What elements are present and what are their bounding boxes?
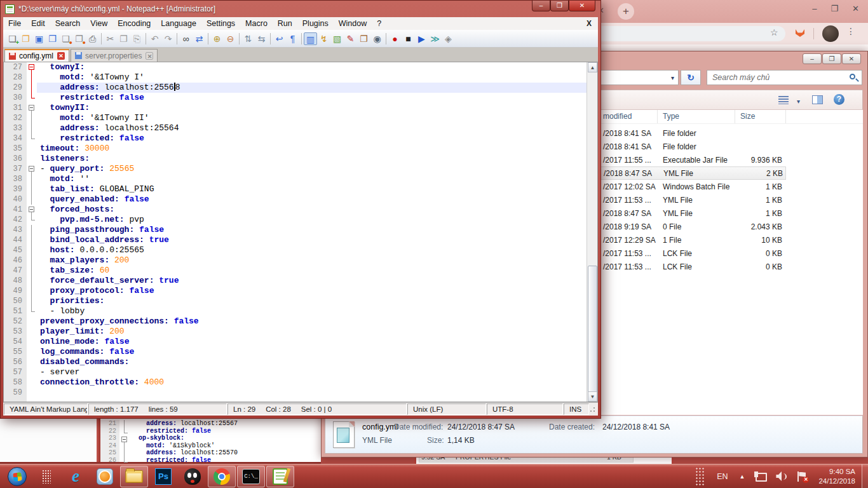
code-line-44[interactable]: bind_local_address: true [37, 235, 587, 245]
refresh-button[interactable]: ↻ [681, 70, 701, 85]
new-file-icon[interactable]: ❏+ [6, 32, 19, 45]
pinned-dots-icon[interactable] [32, 466, 60, 487]
code-line-45[interactable]: host: 0.0.0.0:25565 [37, 245, 587, 255]
search-icon[interactable] [850, 74, 855, 79]
code-line-46[interactable]: max_players: 200 [37, 255, 587, 266]
vertical-scrollbar[interactable]: ▲ ▼ [587, 62, 597, 402]
clock[interactable]: 9:40 SA 24/12/2018 [818, 467, 855, 486]
macro-save-icon[interactable]: ◈ [442, 32, 455, 45]
sync-horizontal-icon[interactable]: ⇆ [255, 32, 268, 45]
code-line-33[interactable]: address: localhost:25564 [37, 123, 587, 133]
chrome-minimize-button[interactable]: – [812, 4, 817, 13]
address-dropdown-icon[interactable]: ▾ [671, 74, 674, 81]
column-header-type[interactable]: Type [658, 110, 735, 123]
fold-collapse-icon[interactable] [27, 103, 37, 113]
undo-icon[interactable]: ↶ [148, 32, 161, 45]
fold-collapse-icon[interactable] [27, 205, 37, 215]
cut-icon[interactable]: ✂ [104, 32, 117, 45]
paste-icon[interactable]: ⎘ [130, 32, 144, 45]
code-line-37[interactable]: - query_port: 25565 [37, 164, 587, 174]
menu-file[interactable]: File [3, 18, 26, 29]
menu-window[interactable]: Window [334, 18, 372, 29]
table-row[interactable]: /2018 8:41 SAFile folder [598, 140, 863, 153]
macro-record-icon[interactable]: ● [388, 32, 402, 45]
chrome-new-tab-button[interactable]: + [618, 3, 634, 20]
preview-pane-icon[interactable] [812, 95, 823, 104]
action-center-flag-icon[interactable]: ✕ [797, 471, 807, 482]
macro-run-multiple-icon[interactable]: ≫ [428, 32, 442, 45]
explorer-maximize-button[interactable]: ❐ [822, 53, 841, 64]
menu-plugins[interactable]: Plugins [297, 18, 334, 29]
copy-icon[interactable]: ❐ [117, 32, 130, 45]
code-line-24[interactable]: motd: '&1Skyblock' [128, 442, 321, 450]
menu-macro[interactable]: Macro [240, 18, 273, 29]
extension-fox-icon[interactable] [796, 29, 804, 37]
code-line-48[interactable]: force_default_server: true [37, 276, 587, 286]
table-row[interactable]: /2018 8:47 SAYML File1 KB [598, 207, 863, 220]
address-bar[interactable]: ▾ [599, 70, 679, 85]
table-row[interactable]: /2018 8:41 SAFile folder [598, 126, 863, 140]
find-icon[interactable]: ∞ [179, 32, 193, 45]
code-line-34[interactable]: restricted: false [37, 133, 587, 144]
code-line-42[interactable]: pvp.md-5.net: pvp [37, 215, 587, 225]
table-row[interactable]: /2018 8:47 SAYML File2 KB [598, 166, 786, 180]
close-file-icon[interactable]: ❏● [59, 32, 72, 45]
search-input[interactable]: Search máy chủ [707, 70, 862, 85]
redo-icon[interactable]: ↷ [161, 32, 175, 45]
chrome-menu-icon[interactable]: ⋮ [846, 26, 855, 36]
fold-box[interactable] [29, 64, 34, 70]
code-line-32[interactable]: motd: '&1Towny II' [37, 113, 587, 123]
sync-vertical-icon[interactable]: ⇅ [241, 32, 255, 45]
explorer-close-button[interactable]: ✕ [842, 53, 861, 64]
code-line-26[interactable]: restricted: false [128, 457, 321, 464]
fold-collapse-icon[interactable] [119, 435, 128, 442]
view-dropdown-icon[interactable]: ▾ [797, 98, 800, 105]
replace-icon[interactable]: ⇄ [193, 32, 206, 45]
menu-search[interactable]: Search [50, 18, 86, 29]
volume-icon[interactable] [776, 471, 787, 482]
print-icon[interactable]: ⎙ [86, 32, 99, 45]
menu-view[interactable]: View [85, 18, 112, 29]
table-row[interactable]: /2017 12:02 SAWindows Batch File1 KB [598, 180, 863, 193]
open-file-icon[interactable]: ❐ [19, 32, 32, 45]
code-line-41[interactable]: forced_hosts: [37, 205, 587, 215]
menu-edit[interactable]: Edit [26, 18, 50, 29]
save-all-icon[interactable]: ❒ [46, 32, 59, 45]
scroll-up-icon[interactable]: ▲ [588, 62, 597, 72]
menu-help[interactable]: ? [372, 18, 386, 29]
internet-explorer-icon[interactable]: e [62, 466, 90, 487]
resize-grip[interactable] [589, 403, 598, 416]
tab-close-icon[interactable]: ✕ [57, 52, 65, 60]
menu-language[interactable]: Language [156, 18, 201, 29]
code-line-49[interactable]: proxy_protocol: false [37, 286, 587, 296]
notepadpp-icon[interactable] [266, 466, 294, 487]
code-line-21[interactable]: address: localhost:25567 [128, 420, 321, 428]
code-area[interactable]: townyI: motd: '&1Towny I' address: local… [37, 62, 587, 402]
table-row[interactable]: /2017 11:53 ...LCK File0 KB [598, 260, 863, 273]
function-list-icon[interactable]: ↯ [317, 32, 330, 45]
change-view-icon[interactable] [778, 96, 789, 104]
folder-workspace-icon[interactable]: ❐ [357, 32, 370, 45]
code-line-25[interactable]: address: localhost:25570 [128, 449, 321, 457]
cmd-icon[interactable]: C:\_ [237, 466, 265, 487]
scroll-down-icon[interactable]: ▼ [588, 391, 597, 402]
code-line-50[interactable]: priorities: [37, 296, 587, 306]
maximize-button[interactable]: ❐ [550, 1, 569, 11]
indent-guide-icon[interactable]: ▥ [304, 32, 317, 45]
table-row[interactable]: /2017 11:53 ...YML File1 KB [598, 193, 863, 207]
table-row[interactable]: /2017 12:29 SA1 File10 KB [598, 233, 863, 247]
help-icon[interactable]: ? [834, 94, 844, 105]
code-line-56[interactable]: disabled_commands: [37, 357, 587, 367]
code-line-29[interactable]: address: localhost:25568 [37, 83, 587, 93]
minimize-button[interactable]: – [532, 1, 550, 11]
table-row[interactable]: /2017 11:55 ...Executable Jar File9.936 … [598, 153, 863, 166]
code-line-52[interactable]: prevent_proxy_connections: false [37, 316, 587, 327]
tab-server.properties[interactable]: server.properties✕ [71, 49, 158, 62]
chrome-profile-avatar[interactable] [822, 25, 839, 42]
qq-icon[interactable] [179, 466, 207, 487]
show-all-chars-icon[interactable]: ¶ [286, 32, 299, 45]
fold-box[interactable] [29, 105, 34, 111]
code-line-39[interactable]: tab_list: GLOBAL_PING [37, 184, 587, 194]
chrome-omnibox[interactable] [595, 26, 785, 41]
fold-box[interactable] [29, 207, 34, 212]
